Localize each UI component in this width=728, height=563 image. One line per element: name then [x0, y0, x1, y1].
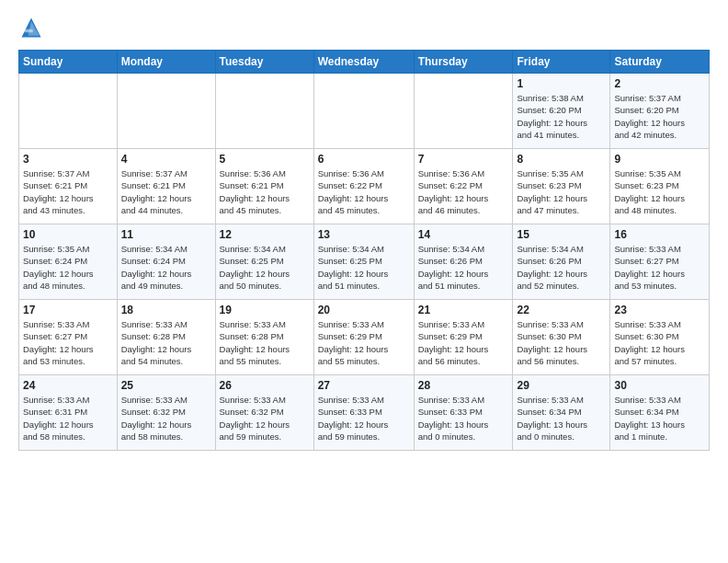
day-info: Sunrise: 5:36 AM Sunset: 6:21 PM Dayligh…	[220, 167, 310, 216]
calendar: SundayMondayTuesdayWednesdayThursdayFrid…	[18, 50, 710, 451]
day-number: 4	[121, 153, 211, 166]
day-info: Sunrise: 5:33 AM Sunset: 6:30 PM Dayligh…	[614, 318, 705, 367]
calendar-cell: 22Sunrise: 5:33 AM Sunset: 6:30 PM Dayli…	[513, 300, 610, 375]
weekday-header-thursday: Thursday	[414, 51, 513, 74]
week-row-4: 17Sunrise: 5:33 AM Sunset: 6:27 PM Dayli…	[19, 300, 710, 375]
day-number: 25	[121, 379, 211, 392]
day-info: Sunrise: 5:34 AM Sunset: 6:24 PM Dayligh…	[121, 243, 211, 292]
day-number: 13	[318, 228, 410, 241]
day-number: 7	[418, 153, 509, 166]
week-row-3: 10Sunrise: 5:35 AM Sunset: 6:24 PM Dayli…	[19, 224, 710, 300]
week-row-5: 24Sunrise: 5:33 AM Sunset: 6:31 PM Dayli…	[19, 375, 710, 451]
calendar-cell: 16Sunrise: 5:33 AM Sunset: 6:27 PM Dayli…	[610, 224, 710, 300]
calendar-cell: 23Sunrise: 5:33 AM Sunset: 6:30 PM Dayli…	[610, 300, 710, 375]
calendar-cell: 1Sunrise: 5:38 AM Sunset: 6:20 PM Daylig…	[513, 74, 610, 149]
calendar-cell: 2Sunrise: 5:37 AM Sunset: 6:20 PM Daylig…	[610, 74, 710, 149]
day-info: Sunrise: 5:33 AM Sunset: 6:33 PM Dayligh…	[418, 394, 509, 442]
calendar-cell: 12Sunrise: 5:34 AM Sunset: 6:25 PM Dayli…	[215, 224, 313, 300]
day-info: Sunrise: 5:37 AM Sunset: 6:21 PM Dayligh…	[121, 167, 211, 216]
day-number: 23	[614, 304, 705, 316]
day-number: 10	[23, 228, 113, 241]
calendar-cell: 30Sunrise: 5:33 AM Sunset: 6:34 PM Dayli…	[610, 375, 710, 451]
day-number: 17	[23, 304, 113, 316]
calendar-cell: 6Sunrise: 5:36 AM Sunset: 6:22 PM Daylig…	[313, 149, 414, 224]
calendar-cell: 28Sunrise: 5:33 AM Sunset: 6:33 PM Dayli…	[414, 375, 513, 451]
calendar-cell: 19Sunrise: 5:33 AM Sunset: 6:28 PM Dayli…	[215, 300, 313, 375]
day-number: 20	[318, 304, 410, 316]
calendar-cell: 10Sunrise: 5:35 AM Sunset: 6:24 PM Dayli…	[19, 224, 118, 300]
day-info: Sunrise: 5:33 AM Sunset: 6:31 PM Dayligh…	[23, 394, 113, 442]
weekday-header-monday: Monday	[117, 51, 215, 74]
calendar-cell	[215, 74, 313, 149]
week-row-1: 1Sunrise: 5:38 AM Sunset: 6:20 PM Daylig…	[19, 74, 710, 149]
page: SundayMondayTuesdayWednesdayThursdayFrid…	[0, 0, 728, 563]
weekday-header-friday: Friday	[513, 51, 610, 74]
day-info: Sunrise: 5:33 AM Sunset: 6:30 PM Dayligh…	[517, 318, 606, 367]
calendar-cell: 5Sunrise: 5:36 AM Sunset: 6:21 PM Daylig…	[215, 149, 313, 224]
day-info: Sunrise: 5:33 AM Sunset: 6:28 PM Dayligh…	[121, 318, 211, 367]
calendar-cell: 17Sunrise: 5:33 AM Sunset: 6:27 PM Dayli…	[19, 300, 118, 375]
day-info: Sunrise: 5:33 AM Sunset: 6:29 PM Dayligh…	[418, 318, 509, 367]
calendar-cell: 20Sunrise: 5:33 AM Sunset: 6:29 PM Dayli…	[313, 300, 414, 375]
calendar-cell: 7Sunrise: 5:36 AM Sunset: 6:22 PM Daylig…	[414, 149, 513, 224]
calendar-cell: 4Sunrise: 5:37 AM Sunset: 6:21 PM Daylig…	[117, 149, 215, 224]
day-number: 1	[517, 77, 606, 90]
logo	[18, 15, 48, 40]
weekday-header-sunday: Sunday	[19, 51, 118, 74]
calendar-cell: 3Sunrise: 5:37 AM Sunset: 6:21 PM Daylig…	[19, 149, 118, 224]
day-number: 8	[517, 153, 606, 166]
day-number: 18	[121, 304, 211, 316]
calendar-cell: 25Sunrise: 5:33 AM Sunset: 6:32 PM Dayli…	[117, 375, 215, 451]
day-number: 14	[418, 228, 509, 241]
logo-icon	[18, 15, 44, 40]
calendar-cell: 15Sunrise: 5:34 AM Sunset: 6:26 PM Dayli…	[513, 224, 610, 300]
day-info: Sunrise: 5:33 AM Sunset: 6:33 PM Dayligh…	[318, 394, 410, 442]
day-info: Sunrise: 5:35 AM Sunset: 6:23 PM Dayligh…	[517, 167, 606, 216]
calendar-cell: 24Sunrise: 5:33 AM Sunset: 6:31 PM Dayli…	[19, 375, 118, 451]
day-info: Sunrise: 5:34 AM Sunset: 6:25 PM Dayligh…	[318, 243, 410, 292]
calendar-cell	[19, 74, 118, 149]
calendar-cell	[414, 74, 513, 149]
day-info: Sunrise: 5:37 AM Sunset: 6:21 PM Dayligh…	[23, 167, 113, 216]
day-number: 11	[121, 228, 211, 241]
calendar-cell	[313, 74, 414, 149]
week-row-2: 3Sunrise: 5:37 AM Sunset: 6:21 PM Daylig…	[19, 149, 710, 224]
calendar-cell: 9Sunrise: 5:35 AM Sunset: 6:23 PM Daylig…	[610, 149, 710, 224]
day-info: Sunrise: 5:35 AM Sunset: 6:24 PM Dayligh…	[23, 243, 113, 292]
day-number: 22	[517, 304, 606, 316]
weekday-header-wednesday: Wednesday	[313, 51, 414, 74]
day-info: Sunrise: 5:33 AM Sunset: 6:29 PM Dayligh…	[318, 318, 410, 367]
day-info: Sunrise: 5:33 AM Sunset: 6:27 PM Dayligh…	[23, 318, 113, 367]
day-number: 27	[318, 379, 410, 392]
svg-rect-2	[25, 29, 33, 33]
day-number: 12	[220, 228, 310, 241]
day-number: 16	[614, 228, 705, 241]
day-info: Sunrise: 5:33 AM Sunset: 6:27 PM Dayligh…	[614, 243, 705, 292]
weekday-header-saturday: Saturday	[610, 51, 710, 74]
calendar-cell: 14Sunrise: 5:34 AM Sunset: 6:26 PM Dayli…	[414, 224, 513, 300]
day-info: Sunrise: 5:33 AM Sunset: 6:34 PM Dayligh…	[517, 394, 606, 442]
day-info: Sunrise: 5:33 AM Sunset: 6:28 PM Dayligh…	[220, 318, 310, 367]
day-number: 21	[418, 304, 509, 316]
calendar-cell: 27Sunrise: 5:33 AM Sunset: 6:33 PM Dayli…	[313, 375, 414, 451]
day-number: 2	[614, 77, 705, 90]
day-number: 5	[220, 153, 310, 166]
calendar-cell	[117, 74, 215, 149]
day-number: 9	[614, 153, 705, 166]
day-number: 19	[220, 304, 310, 316]
day-number: 26	[220, 379, 310, 392]
header	[18, 15, 710, 40]
day-info: Sunrise: 5:34 AM Sunset: 6:26 PM Dayligh…	[517, 243, 606, 292]
calendar-cell: 8Sunrise: 5:35 AM Sunset: 6:23 PM Daylig…	[513, 149, 610, 224]
day-info: Sunrise: 5:33 AM Sunset: 6:32 PM Dayligh…	[121, 394, 211, 442]
day-number: 29	[517, 379, 606, 392]
calendar-cell: 13Sunrise: 5:34 AM Sunset: 6:25 PM Dayli…	[313, 224, 414, 300]
day-info: Sunrise: 5:33 AM Sunset: 6:32 PM Dayligh…	[220, 394, 310, 442]
day-info: Sunrise: 5:34 AM Sunset: 6:25 PM Dayligh…	[220, 243, 310, 292]
day-info: Sunrise: 5:38 AM Sunset: 6:20 PM Dayligh…	[517, 92, 606, 141]
calendar-cell: 11Sunrise: 5:34 AM Sunset: 6:24 PM Dayli…	[117, 224, 215, 300]
calendar-cell: 18Sunrise: 5:33 AM Sunset: 6:28 PM Dayli…	[117, 300, 215, 375]
day-info: Sunrise: 5:37 AM Sunset: 6:20 PM Dayligh…	[614, 92, 705, 141]
calendar-cell: 29Sunrise: 5:33 AM Sunset: 6:34 PM Dayli…	[513, 375, 610, 451]
day-info: Sunrise: 5:36 AM Sunset: 6:22 PM Dayligh…	[418, 167, 509, 216]
